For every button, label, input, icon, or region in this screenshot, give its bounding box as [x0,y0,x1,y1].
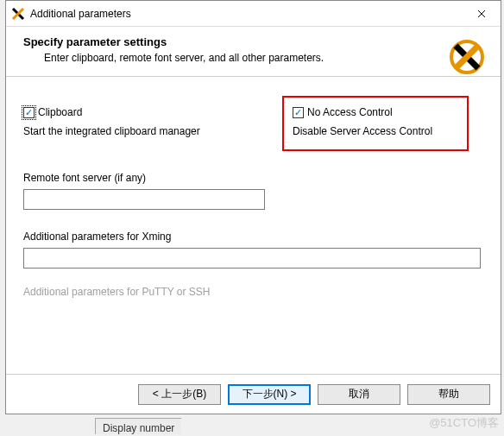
checkbox-icon: ✓ [23,107,35,118]
page-subtitle: Enter clipboard, remote font server, and… [44,52,483,64]
header: Specify parameter settings Enter clipboa… [6,27,501,76]
no-access-control-checkbox[interactable]: ✓ No Access Control [293,106,432,118]
titlebar: Additional parameters [6,1,501,27]
putty-params-label: Additional parameters for PuTTY or SSH [23,286,483,298]
clipboard-label: Clipboard [38,106,82,118]
xming-params-input[interactable] [23,248,481,269]
next-button[interactable]: 下一步(N) > [228,384,311,405]
xming-logo-icon [449,39,485,75]
app-icon [11,7,25,21]
close-button[interactable] [462,1,501,27]
remote-font-label: Remote font server (if any) [23,172,483,184]
highlight-box: ✓ No Access Control Disable Server Acces… [282,96,469,151]
close-icon [477,9,486,18]
page-heading: Specify parameter settings [23,35,483,48]
xming-params-label: Additional parameters for Xming [23,231,483,243]
window-title: Additional parameters [30,8,462,20]
back-button[interactable]: < 上一步(B) [138,384,221,405]
no-access-control-label: No Access Control [307,106,393,118]
footer: < 上一步(B) 下一步(N) > 取消 帮助 [6,374,501,414]
remote-font-input[interactable] [23,189,265,210]
no-access-control-desc: Disable Server Access Control [293,125,432,137]
watermark: @51CTO博客 [429,415,499,431]
clipboard-checkbox[interactable]: ✓ Clipboard [23,106,282,118]
cancel-button[interactable]: 取消 [318,384,400,405]
help-button[interactable]: 帮助 [407,384,490,405]
background-fragment: Display number [95,418,181,434]
dialog-window: Additional parameters Specify parameter … [5,0,501,414]
content-area: ✓ Clipboard Start the integrated clipboa… [6,77,501,306]
checkbox-icon: ✓ [293,107,304,118]
clipboard-desc: Start the integrated clipboard manager [23,125,282,137]
